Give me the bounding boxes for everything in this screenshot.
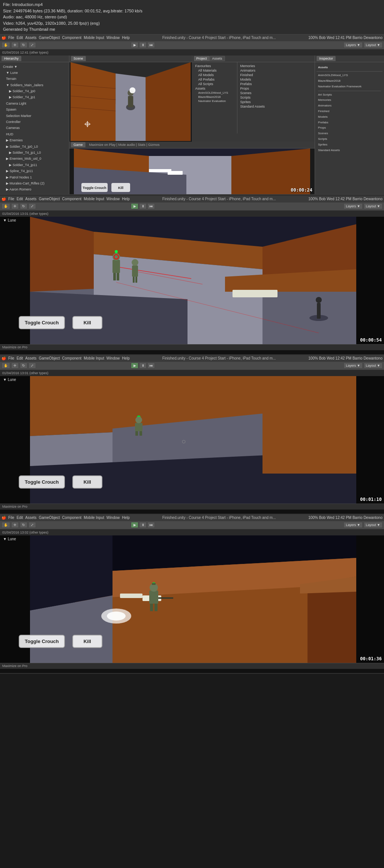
toolbar-hand-btn-3[interactable]: ✋ <box>2 363 10 369</box>
inspector-tab[interactable]: Inspector <box>316 56 336 61</box>
kill-btn-3[interactable]: Kill <box>72 475 102 489</box>
proj-all-materials[interactable]: All Materials <box>194 68 236 73</box>
menu-edit-4[interactable]: Edit <box>16 516 23 520</box>
toolbar-hand-btn-2[interactable]: ✋ <box>2 203 10 209</box>
proj-animators[interactable]: Animators <box>239 68 314 73</box>
toolbar-rotate-btn[interactable]: ↻ <box>20 42 27 48</box>
toggle-crouch-btn-2[interactable]: Toggle Crouch <box>19 316 65 329</box>
hierarchy-soldier2[interactable]: ▶ Soldier_T4_jp1 <box>2 94 68 100</box>
menu-edit-3[interactable]: Edit <box>16 356 23 360</box>
hierarchy-cam-light[interactable]: Camera Light <box>2 100 68 106</box>
toolbar-hand-btn-4[interactable]: ✋ <box>2 522 10 528</box>
menu-gameobject-4[interactable]: GameObject <box>39 516 60 520</box>
menu-help-4[interactable]: Help <box>122 516 130 520</box>
toolbar-rotate-btn-3[interactable]: ↻ <box>20 363 27 369</box>
hierarchy-patrol3[interactable]: ▶ Patrol Nodes 1 <box>2 174 68 180</box>
hierarchy-spawn[interactable]: Spawn <box>2 106 68 112</box>
menu-file-2[interactable]: File <box>8 197 14 201</box>
proj-all-models[interactable]: All Models <box>194 73 236 77</box>
menu-edit-2[interactable]: Edit <box>16 197 23 201</box>
play-button-2[interactable]: ▶ <box>131 203 138 209</box>
pause-button-4[interactable]: ⏸ <box>139 522 147 528</box>
step-button-4[interactable]: ⏭ <box>147 522 155 528</box>
menu-component[interactable]: Component <box>62 36 82 40</box>
step-button-3[interactable]: ⏭ <box>147 363 155 369</box>
pause-button[interactable]: ⏸ <box>139 42 147 48</box>
proj-finished[interactable]: Finished <box>239 73 314 77</box>
menu-file-4[interactable]: File <box>8 516 14 520</box>
tab-assets-right[interactable]: Assets <box>210 56 225 61</box>
toolbar-layout-btn-3[interactable]: Layout ▼ <box>364 363 382 369</box>
menu-gameobject[interactable]: GameObject <box>39 36 60 40</box>
menu-assets-3[interactable]: Assets <box>25 356 36 360</box>
toolbar-scale-btn-4[interactable]: ⤢ <box>28 522 36 528</box>
hierarchy-directional[interactable]: Terrain <box>2 76 68 82</box>
step-button-2[interactable]: ⏭ <box>147 203 155 209</box>
hierarchy-selection[interactable]: Selection Marker <box>2 113 68 119</box>
hierarchy-controller[interactable]: Controller <box>2 119 68 125</box>
toolbar-rotate-btn-2[interactable]: ↻ <box>20 203 27 209</box>
toolbar-layout-btn-4[interactable]: Layout ▼ <box>364 522 382 528</box>
hierarchy-patrol[interactable]: ▶ Enemies_Mob_uid_0 <box>2 156 68 162</box>
hierarchy-enemies2[interactable]: ▶ Soldier_T4_jp1_L0 <box>2 150 68 156</box>
proj-all-scripts[interactable]: All Scripts <box>194 82 236 86</box>
hierarchy-mission[interactable]: ▶ Murales-Cart_Rifles (2) <box>2 180 68 186</box>
menu-window-4[interactable]: Window <box>106 516 120 520</box>
proj-memories[interactable]: Memories <box>239 64 314 68</box>
hierarchy-soldier3[interactable]: ▶ Soldier_T4_jp0_L0 <box>2 144 68 150</box>
menu-mobile-input-4[interactable]: Mobile Input <box>84 516 104 520</box>
toolbar-layout-btn[interactable]: Layout ▼ <box>364 42 382 48</box>
proj-blaze[interactable]: Blaze/Blaze2018 <box>194 95 236 99</box>
menu-assets-4[interactable]: Assets <box>25 516 36 520</box>
menu-component-2[interactable]: Component <box>62 197 82 201</box>
hierarchy-create[interactable]: Create ▼ <box>2 64 68 70</box>
menu-mobile-input[interactable]: Mobile Input <box>84 36 104 40</box>
menu-mobile-input-3[interactable]: Mobile Input <box>84 356 104 360</box>
proj-scripts2[interactable]: Scripts <box>239 95 314 100</box>
menu-assets-2[interactable]: Assets <box>25 197 36 201</box>
proj-favourites[interactable]: Favourites <box>194 64 236 68</box>
hierarchy-tab[interactable]: Hierarchy <box>2 56 21 61</box>
hierarchy-patrol2[interactable]: ▶ Soldier_T4_jp11 <box>2 162 68 168</box>
kill-btn-4[interactable]: Kill <box>72 635 102 648</box>
menu-edit[interactable]: Edit <box>16 36 23 40</box>
toolbar-layout-btn-2[interactable]: Layout ▼ <box>364 203 382 209</box>
menu-window[interactable]: Window <box>106 36 120 40</box>
toolbar-layers-btn[interactable]: Layers ▼ <box>344 42 362 48</box>
menu-help-3[interactable]: Help <box>122 356 130 360</box>
toolbar-scale-btn[interactable]: ⤢ <box>28 42 36 48</box>
toolbar-scale-btn-2[interactable]: ⤢ <box>28 203 36 209</box>
menu-component-3[interactable]: Component <box>62 356 82 360</box>
menu-assets[interactable]: Assets <box>25 36 36 40</box>
toolbar-rotate-btn-4[interactable]: ↻ <box>20 522 27 528</box>
hierarchy-soldier1[interactable]: ▶ Soldier_T4_jp0 <box>2 88 68 94</box>
hierarchy-cameras[interactable]: Cameras <box>2 125 68 131</box>
hierarchy-hud[interactable]: HUD <box>2 131 68 137</box>
pause-button-2[interactable]: ⏸ <box>139 203 147 209</box>
menu-window-2[interactable]: Window <box>106 197 120 201</box>
toolbar-scale-btn-3[interactable]: ⤢ <box>28 363 36 369</box>
toggle-crouch-btn-3[interactable]: Toggle Crouch <box>19 475 65 489</box>
toolbar-move-btn-2[interactable]: ✛ <box>11 203 19 209</box>
toolbar-hand-btn[interactable]: ✋ <box>2 42 10 48</box>
step-button[interactable]: ⏭ <box>147 42 155 48</box>
tab-game[interactable]: Game <box>71 142 86 147</box>
hierarchy-soldiers[interactable]: ▼ Soldiers_Main_Jailers <box>2 82 68 88</box>
tab-project[interactable]: Project <box>194 56 210 61</box>
proj-scenes[interactable]: Scenes <box>239 91 314 95</box>
proj-nav[interactable]: Navinator Evaluation <box>194 99 236 103</box>
kill-btn-2[interactable]: Kill <box>72 316 102 329</box>
proj-animsold[interactable]: AnimSOLDWood_LYS <box>194 91 236 95</box>
toolbar-layers-btn-2[interactable]: Layers ▼ <box>344 203 362 209</box>
toggle-crouch-btn-4[interactable]: Toggle Crouch <box>19 635 65 648</box>
proj-models[interactable]: Models <box>239 77 314 82</box>
toolbar-move-btn-3[interactable]: ✛ <box>11 363 19 369</box>
hierarchy-raynav[interactable]: ▶ Spline_T4_jp11 <box>2 168 68 174</box>
proj-prefabs2[interactable]: Prefabs <box>239 82 314 86</box>
toolbar-move-btn-4[interactable]: ✛ <box>11 522 19 528</box>
menu-window-3[interactable]: Window <box>106 356 120 360</box>
proj-props[interactable]: Props <box>239 86 314 91</box>
menu-mobile-input-2[interactable]: Mobile Input <box>84 197 104 201</box>
play-button-3[interactable]: ▶ <box>131 363 138 369</box>
play-button[interactable]: ▶ <box>131 42 138 48</box>
